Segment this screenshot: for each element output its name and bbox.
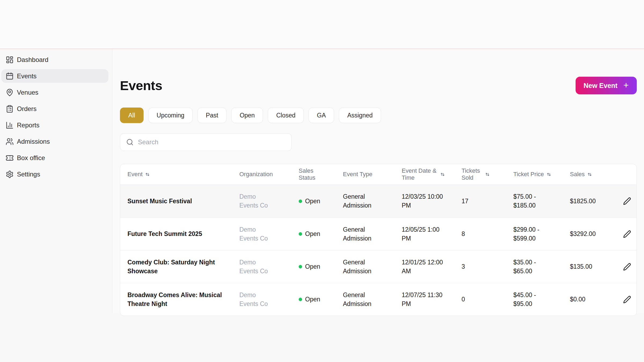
column-header-label: Ticket Price <box>513 171 544 178</box>
column-header-event[interactable]: Event <box>120 164 239 185</box>
edit-event-button[interactable] <box>622 294 632 305</box>
sidebar-item-dashboard[interactable]: Dashboard <box>1 53 108 67</box>
edit-event-button[interactable] <box>622 229 632 239</box>
bar-chart-icon <box>6 121 14 129</box>
sales-status-cell: Open <box>299 250 343 283</box>
sales-amount: $1825.00 <box>570 198 596 205</box>
column-header-label: Event Date & Time <box>402 167 438 181</box>
main-content: Events New Event + All Upcoming Past Ope… <box>112 49 644 313</box>
sidebar-item-label: Dashboard <box>17 56 48 64</box>
ticket-price: $75.00 - $185.00 <box>513 192 547 210</box>
table-header-row: Event Organization Sales Status Event Ty… <box>120 164 636 185</box>
column-header-organization: Organization <box>239 164 299 185</box>
organization: Demo Events Co <box>239 225 275 243</box>
ticket-price: $35.00 - $65.00 <box>513 258 547 276</box>
sidebar-item-label: Orders <box>17 105 36 113</box>
column-header-label: Event Type <box>343 171 372 178</box>
event-type-cell: General Admission <box>343 185 402 217</box>
organization-cell: Demo Events Co <box>239 250 299 283</box>
table-row[interactable]: Sunset Music Festival Demo Events Co Ope… <box>120 185 636 217</box>
sort-icon <box>547 172 551 177</box>
column-header-sales-status: Sales Status <box>299 164 343 185</box>
search-box <box>120 133 292 151</box>
sales-amount: $0.00 <box>570 296 586 303</box>
organization: Demo Events Co <box>239 258 275 276</box>
actions-cell <box>622 250 636 283</box>
top-band <box>0 0 644 49</box>
status-dot-open <box>299 200 302 203</box>
edit-event-button[interactable] <box>622 196 632 206</box>
filter-chip-assigned[interactable]: Assigned <box>339 108 381 123</box>
event-name: Future Tech Summit 2025 <box>127 230 202 238</box>
event-datetime-cell: 12/03/25 10:00 PM <box>402 185 462 217</box>
map-pin-icon <box>6 88 14 97</box>
table-row[interactable]: Broadway Comes Alive: Musical Theatre Ni… <box>120 283 636 316</box>
event-datetime: 12/03/25 10:00 PM <box>402 192 444 210</box>
sidebar-item-events[interactable]: Events <box>1 69 108 83</box>
pencil-icon <box>623 295 631 304</box>
organization-cell: Demo Events Co <box>239 283 299 316</box>
new-event-button[interactable]: New Event + <box>576 77 637 94</box>
column-header-label: Sales Status <box>299 167 317 181</box>
ticket-price-cell: $45.00 - $95.00 <box>513 283 570 316</box>
plus-icon: + <box>623 80 629 90</box>
event-name: Sunset Music Festival <box>127 197 192 206</box>
pencil-icon <box>623 230 631 238</box>
ticket-icon <box>6 154 14 162</box>
column-header-tickets-sold[interactable]: Tickets Sold <box>462 164 513 185</box>
event-type-cell: General Admission <box>343 283 402 316</box>
event-type-cell: General Admission <box>343 250 402 283</box>
app-frame: Dashboard Events Venues Orders Reports A… <box>0 49 644 313</box>
calendar-icon <box>6 72 14 80</box>
organization: Demo Events Co <box>239 192 275 210</box>
event-datetime-cell: 12/05/25 1:00 PM <box>402 217 462 250</box>
tickets-sold: 0 <box>462 296 465 303</box>
sales-cell: $0.00 <box>570 283 622 316</box>
sidebar-item-orders[interactable]: Orders <box>1 102 108 116</box>
event-datetime-cell: 12/07/25 11:30 PM <box>402 283 462 316</box>
status-label: Open <box>305 262 320 271</box>
sidebar-item-label: Box office <box>17 154 45 162</box>
table-row[interactable]: Future Tech Summit 2025 Demo Events Co O… <box>120 217 636 250</box>
status-label: Open <box>305 197 320 206</box>
sales-amount: $3292.00 <box>570 230 596 237</box>
filter-chip-past[interactable]: Past <box>197 108 226 123</box>
column-header-label: Tickets Sold <box>462 167 482 181</box>
actions-cell <box>622 185 636 217</box>
filter-chip-closed[interactable]: Closed <box>268 108 304 123</box>
sidebar-item-venues[interactable]: Venues <box>1 86 108 99</box>
column-header-ticket-price[interactable]: Ticket Price <box>513 164 570 185</box>
sidebar-item-admissions[interactable]: Admissions <box>1 135 108 148</box>
search-icon <box>126 138 134 146</box>
tickets-sold-cell: 3 <box>462 250 513 283</box>
search-input[interactable] <box>138 138 286 146</box>
events-table: Event Organization Sales Status Event Ty… <box>120 164 637 316</box>
tickets-sold: 3 <box>462 263 465 270</box>
sidebar-item-box-office[interactable]: Box office <box>1 151 108 165</box>
filter-chip-all[interactable]: All <box>120 108 144 123</box>
organization-cell: Demo Events Co <box>239 217 299 250</box>
filter-chip-label: Assigned <box>347 112 373 119</box>
edit-event-button[interactable] <box>622 262 632 272</box>
sidebar-item-settings[interactable]: Settings <box>1 167 108 181</box>
status-dot-open <box>299 265 302 268</box>
filter-chip-open[interactable]: Open <box>231 108 263 123</box>
filter-chip-ga[interactable]: GA <box>309 108 334 123</box>
tickets-sold-cell: 0 <box>462 283 513 316</box>
sidebar-item-reports[interactable]: Reports <box>1 118 108 132</box>
tickets-sold-cell: 8 <box>462 217 513 250</box>
users-icon <box>6 138 14 146</box>
sales-cell: $135.00 <box>570 250 622 283</box>
filter-chip-upcoming[interactable]: Upcoming <box>148 108 193 123</box>
tickets-sold: 17 <box>462 198 469 205</box>
filter-chip-label: Open <box>240 112 255 119</box>
event-datetime: 12/07/25 11:30 PM <box>402 291 444 308</box>
ticket-price: $299.00 - $599.00 <box>513 225 547 243</box>
dashboard-grid-icon <box>6 56 14 64</box>
table-row[interactable]: Comedy Club: Saturday Night Showcase Dem… <box>120 250 636 283</box>
column-header-sales[interactable]: Sales <box>570 164 622 185</box>
sort-icon <box>145 172 150 177</box>
actions-cell <box>622 217 636 250</box>
column-header-label: Sales <box>570 171 585 178</box>
column-header-event-date-time[interactable]: Event Date & Time <box>402 164 462 185</box>
